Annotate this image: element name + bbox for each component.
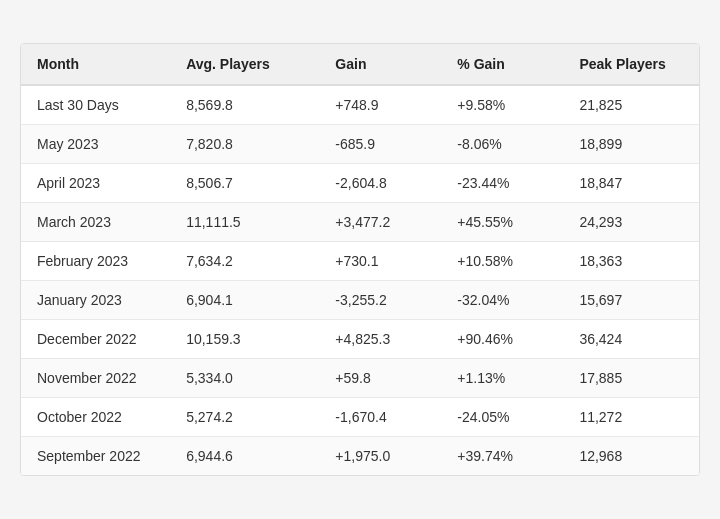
table-row: September 20226,944.6+1,975.0+39.74%12,9… [21,437,699,476]
cell-gain: +748.9 [319,85,441,125]
table-row: May 20237,820.8-685.9-8.06%18,899 [21,125,699,164]
cell-pct_gain: +90.46% [441,320,563,359]
cell-peak_players: 18,899 [563,125,699,164]
cell-gain: +730.1 [319,242,441,281]
table-row: March 202311,111.5+3,477.2+45.55%24,293 [21,203,699,242]
cell-month: September 2022 [21,437,170,476]
cell-avg_players: 5,334.0 [170,359,319,398]
cell-peak_players: 11,272 [563,398,699,437]
column-header-peak_players: Peak Players [563,44,699,85]
cell-gain: +4,825.3 [319,320,441,359]
table-row: November 20225,334.0+59.8+1.13%17,885 [21,359,699,398]
table-row: December 202210,159.3+4,825.3+90.46%36,4… [21,320,699,359]
table-row: April 20238,506.7-2,604.8-23.44%18,847 [21,164,699,203]
cell-month: October 2022 [21,398,170,437]
cell-peak_players: 21,825 [563,85,699,125]
table-header: MonthAvg. PlayersGain% GainPeak Players [21,44,699,85]
cell-pct_gain: -32.04% [441,281,563,320]
stats-table-container: MonthAvg. PlayersGain% GainPeak Players … [20,43,700,476]
cell-avg_players: 8,506.7 [170,164,319,203]
cell-gain: -1,670.4 [319,398,441,437]
cell-avg_players: 7,634.2 [170,242,319,281]
cell-pct_gain: +9.58% [441,85,563,125]
cell-peak_players: 18,363 [563,242,699,281]
cell-gain: +1,975.0 [319,437,441,476]
cell-avg_players: 6,904.1 [170,281,319,320]
cell-avg_players: 8,569.8 [170,85,319,125]
table-row: January 20236,904.1-3,255.2-32.04%15,697 [21,281,699,320]
cell-avg_players: 6,944.6 [170,437,319,476]
table-row: February 20237,634.2+730.1+10.58%18,363 [21,242,699,281]
cell-pct_gain: +39.74% [441,437,563,476]
cell-month: March 2023 [21,203,170,242]
cell-pct_gain: +1.13% [441,359,563,398]
column-header-pct_gain: % Gain [441,44,563,85]
cell-month: April 2023 [21,164,170,203]
cell-peak_players: 18,847 [563,164,699,203]
table-body: Last 30 Days8,569.8+748.9+9.58%21,825May… [21,85,699,475]
cell-pct_gain: -8.06% [441,125,563,164]
cell-month: November 2022 [21,359,170,398]
cell-peak_players: 15,697 [563,281,699,320]
cell-gain: +3,477.2 [319,203,441,242]
cell-gain: +59.8 [319,359,441,398]
cell-gain: -3,255.2 [319,281,441,320]
cell-gain: -2,604.8 [319,164,441,203]
column-header-month: Month [21,44,170,85]
cell-month: February 2023 [21,242,170,281]
cell-peak_players: 17,885 [563,359,699,398]
cell-gain: -685.9 [319,125,441,164]
cell-peak_players: 12,968 [563,437,699,476]
cell-peak_players: 24,293 [563,203,699,242]
column-header-gain: Gain [319,44,441,85]
table-row: Last 30 Days8,569.8+748.9+9.58%21,825 [21,85,699,125]
cell-pct_gain: -24.05% [441,398,563,437]
cell-avg_players: 7,820.8 [170,125,319,164]
cell-peak_players: 36,424 [563,320,699,359]
cell-month: December 2022 [21,320,170,359]
cell-month: May 2023 [21,125,170,164]
table-row: October 20225,274.2-1,670.4-24.05%11,272 [21,398,699,437]
cell-month: January 2023 [21,281,170,320]
cell-avg_players: 5,274.2 [170,398,319,437]
column-header-avg_players: Avg. Players [170,44,319,85]
cell-pct_gain: +10.58% [441,242,563,281]
player-stats-table: MonthAvg. PlayersGain% GainPeak Players … [21,44,699,475]
cell-avg_players: 11,111.5 [170,203,319,242]
cell-pct_gain: +45.55% [441,203,563,242]
cell-month: Last 30 Days [21,85,170,125]
cell-avg_players: 10,159.3 [170,320,319,359]
cell-pct_gain: -23.44% [441,164,563,203]
